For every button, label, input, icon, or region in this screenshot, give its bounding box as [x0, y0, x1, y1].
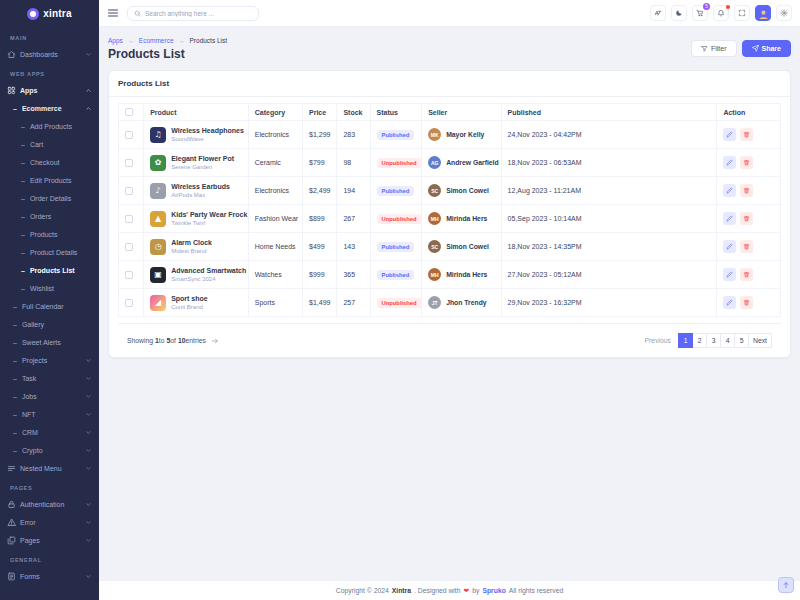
edit-button[interactable] [723, 184, 736, 197]
sidebar-item[interactable]: Checkout [0, 153, 99, 171]
breadcrumb-item[interactable]: Ecommerce [128, 37, 174, 44]
sidebar-item[interactable]: Dashboards [0, 45, 99, 63]
topbar-icon-button[interactable] [755, 5, 771, 21]
topbar-icon-button[interactable]: 5 [692, 5, 708, 21]
trash-icon [743, 187, 750, 194]
search-input[interactable] [145, 10, 252, 17]
sidebar-item[interactable]: Ecommerce [0, 99, 99, 117]
hamburger-menu-icon[interactable] [107, 7, 119, 19]
row-checkbox[interactable] [125, 299, 133, 307]
price-cell: $499 [303, 233, 337, 261]
sidebar-item[interactable]: Products List [0, 261, 99, 279]
column-header[interactable]: Stock [337, 104, 370, 121]
sidebar-item[interactable]: Apps [0, 81, 99, 99]
edit-button[interactable] [723, 128, 736, 141]
topbar-icon-button[interactable] [734, 5, 750, 21]
sidebar-item[interactable]: Nested Menu [0, 459, 99, 477]
pagination-next[interactable]: Next [748, 333, 772, 348]
row-checkbox[interactable] [125, 131, 133, 139]
row-checkbox[interactable] [125, 159, 133, 167]
sidebar-item[interactable]: Crypto [0, 441, 99, 459]
sidebar-item[interactable]: Order Details [0, 189, 99, 207]
sidebar-item-label: Dashboards [20, 51, 58, 58]
sidebar-item[interactable]: Sweet Alerts [0, 333, 99, 351]
share-button[interactable]: Share [742, 40, 791, 57]
breadcrumb-item[interactable]: Products List [179, 37, 228, 44]
sidebar-item[interactable]: CRM [0, 423, 99, 441]
row-checkbox[interactable] [125, 215, 133, 223]
sidebar-item[interactable]: Full Calendar [0, 297, 99, 315]
sidebar-item[interactable]: Authentication [0, 495, 99, 513]
topbar-icon-button[interactable] [671, 5, 687, 21]
sidebar-item-label: Wishlist [30, 285, 54, 292]
seller-name: Simon Cowel [446, 187, 489, 194]
pagination-page[interactable]: 5 [734, 333, 749, 348]
edit-button[interactable] [723, 296, 736, 309]
footer-brand[interactable]: Xintra [392, 587, 411, 594]
column-header[interactable]: Action [717, 104, 781, 121]
logo-icon [27, 8, 39, 20]
sidebar-item[interactable]: Jobs [0, 387, 99, 405]
sidebar-item[interactable]: Gallery [0, 315, 99, 333]
sidebar-item[interactable]: Add Products [0, 117, 99, 135]
sidebar-item[interactable]: Projects [0, 351, 99, 369]
product-name: Sport shoe [171, 295, 208, 302]
sidebar-item[interactable]: Error [0, 513, 99, 531]
delete-button[interactable] [740, 156, 753, 169]
sidebar-item[interactable]: Cart [0, 135, 99, 153]
pagination-page[interactable]: 3 [706, 333, 721, 348]
pagination-page[interactable]: 1 [678, 333, 693, 348]
sidebar-item[interactable]: Orders [0, 207, 99, 225]
topbar-icon-button[interactable] [776, 5, 792, 21]
delete-button[interactable] [740, 240, 753, 253]
delete-button[interactable] [740, 184, 753, 197]
sidebar-item[interactable]: Forms [0, 567, 99, 585]
sidebar-item-label: Orders [30, 213, 51, 220]
pagination-page[interactable]: 2 [692, 333, 707, 348]
topbar-icon-button[interactable] [713, 5, 729, 21]
edit-button[interactable] [723, 212, 736, 225]
pagination-previous[interactable]: Previous [645, 337, 671, 344]
published-cell: 18,Nov 2023 - 06:53AM [501, 149, 717, 177]
sidebar-item[interactable]: Pages [0, 531, 99, 549]
sidebar-item[interactable]: Product Details [0, 243, 99, 261]
chevron-down-icon [85, 501, 92, 508]
column-header[interactable]: Published [501, 104, 717, 121]
scroll-to-top-button[interactable] [778, 577, 794, 593]
topbar-actions: 5 [650, 5, 792, 21]
delete-button[interactable] [740, 128, 753, 141]
select-all-checkbox[interactable] [125, 108, 133, 116]
column-header[interactable]: Seller [422, 104, 501, 121]
app-logo[interactable]: xintra [0, 0, 99, 27]
edit-button[interactable] [723, 268, 736, 281]
filter-button[interactable]: Filter [691, 40, 737, 57]
breadcrumb-item[interactable]: Apps [108, 37, 123, 44]
pagination-page[interactable]: 4 [720, 333, 735, 348]
stock-cell: 98 [337, 149, 370, 177]
row-checkbox[interactable] [125, 243, 133, 251]
footer-designer-link[interactable]: Spruko [482, 587, 505, 594]
trash-icon [743, 271, 750, 278]
table-row: ◷ Alarm Clock Midest Brand Home Needs $4… [119, 233, 781, 261]
row-checkbox[interactable] [125, 271, 133, 279]
edit-button[interactable] [723, 156, 736, 169]
delete-button[interactable] [740, 268, 753, 281]
sidebar-item[interactable]: Edit Products [0, 171, 99, 189]
edit-button[interactable] [723, 240, 736, 253]
delete-button[interactable] [740, 212, 753, 225]
status-cell: Unpublished [370, 289, 422, 317]
row-checkbox[interactable] [125, 187, 133, 195]
sidebar-item[interactable]: Task [0, 369, 99, 387]
pencil-icon [726, 243, 733, 250]
stock-cell: 257 [337, 289, 370, 317]
column-header[interactable]: Price [303, 104, 337, 121]
topbar-icon-button[interactable] [650, 5, 666, 21]
sidebar-item[interactable]: NFT [0, 405, 99, 423]
column-header[interactable]: Category [248, 104, 302, 121]
published-cell: 29,Nov 2023 - 16:32PM [501, 289, 717, 317]
sidebar-item[interactable]: Products [0, 225, 99, 243]
delete-button[interactable] [740, 296, 753, 309]
column-header[interactable]: Status [370, 104, 422, 121]
sidebar-item[interactable]: Wishlist [0, 279, 99, 297]
column-header[interactable]: Product [144, 104, 249, 121]
